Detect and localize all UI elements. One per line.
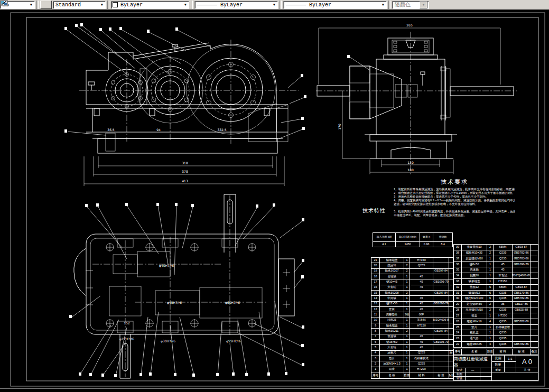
table-cell: 22 bbox=[454, 342, 461, 347]
text-style-button[interactable] bbox=[40, 1, 52, 9]
table-cell bbox=[530, 262, 538, 267]
table-cell: 33 bbox=[454, 279, 461, 284]
text-line: 5、机座内装L-AN68润滑油至规定高度，外表面涂灰色油漆。减速器运转平稳，无冲… bbox=[394, 210, 515, 213]
table-cell: GB117-86 bbox=[512, 302, 530, 307]
table-cell: 螺母M12 bbox=[461, 291, 487, 296]
table-cell: GB93-87 bbox=[512, 285, 530, 290]
table-cell: 4 bbox=[371, 351, 379, 356]
table-cell: 21 bbox=[371, 258, 379, 263]
table-cell: 6 bbox=[487, 285, 493, 290]
table-cell: 备注 bbox=[530, 349, 538, 354]
table-cell: 传动比 bbox=[433, 233, 452, 241]
style-combo[interactable]: Standard ▼ bbox=[53, 1, 106, 9]
table-cell: 7 bbox=[371, 334, 379, 339]
table-cell: 吊环螺钉M10 bbox=[461, 307, 487, 313]
table-cell: 序号 bbox=[371, 372, 379, 378]
table-cell: 39 bbox=[454, 245, 461, 250]
table-cell: 高速轴 bbox=[461, 267, 487, 273]
svg-text:φ30H7/r6: φ30H7/r6 bbox=[161, 339, 175, 343]
table-cell: 1 bbox=[404, 345, 410, 350]
svg-text:94: 94 bbox=[156, 128, 161, 132]
top-leader-lines bbox=[69, 203, 304, 377]
table-cell bbox=[530, 256, 538, 262]
table-cell bbox=[449, 269, 453, 274]
table-cell bbox=[433, 258, 449, 263]
table-cell: 标 准 bbox=[512, 349, 530, 354]
table-cell bbox=[449, 340, 453, 344]
table-cell: 1 bbox=[487, 336, 493, 341]
chevron-down-icon[interactable]: ▼ bbox=[272, 3, 276, 7]
table-cell bbox=[449, 258, 453, 263]
table-cell: 15 bbox=[371, 291, 379, 295]
table-cell: 通气器 bbox=[461, 336, 487, 341]
table-cell bbox=[433, 263, 449, 268]
table-cell bbox=[530, 330, 538, 335]
linetype-combo[interactable]: ByLayer ▼ bbox=[194, 1, 278, 9]
table-cell bbox=[512, 279, 530, 284]
table-cell: GB1096-79 bbox=[512, 262, 530, 267]
table-cell: 4 bbox=[487, 319, 493, 324]
table-cell: 大齿轮 bbox=[379, 345, 404, 350]
table-cell: 定位销8×30 bbox=[461, 302, 487, 307]
table-cell: JB/ZQ4606-86 bbox=[512, 273, 530, 278]
table-cell: 轴承端盖 bbox=[379, 258, 404, 263]
toolbar-separator bbox=[107, 1, 109, 9]
table-cell bbox=[512, 313, 530, 319]
table-cell: 5 bbox=[371, 345, 379, 350]
table-cell bbox=[433, 307, 449, 312]
table-row: 5大齿轮145 bbox=[371, 344, 453, 350]
table-cell: 45 bbox=[493, 267, 512, 273]
svg-text:152: 152 bbox=[124, 321, 130, 325]
table-cell: 26 bbox=[454, 319, 461, 324]
table-cell: 材 料 bbox=[410, 372, 433, 378]
table-cell: 2 bbox=[404, 263, 410, 268]
color-combo[interactable]: ByLayer ▼ bbox=[111, 1, 189, 9]
svg-text:φ60H7/r6: φ60H7/r6 bbox=[225, 301, 240, 305]
table-row: 32垫圈12665MnGB93-87 bbox=[454, 284, 538, 290]
chevron-down-icon[interactable]: ▼ bbox=[381, 3, 385, 7]
table-row: 26螺栓M6×164Q235GB5782-86 bbox=[454, 319, 538, 324]
table-row: 10毡圈251羊毛毡JB/ZQ4606-86 bbox=[371, 318, 453, 323]
table-cell: 名 称 bbox=[379, 372, 404, 378]
chevron-down-icon[interactable]: ▼ bbox=[183, 3, 188, 7]
table-row: 18齿轮轴145 bbox=[371, 274, 453, 279]
drawing-canvas[interactable]: 318 378 413 36.5 94 332.5 26 bbox=[0, 10, 549, 392]
table-cell: 调整垫片 bbox=[379, 312, 404, 317]
chevron-down-icon[interactable]: ▼ bbox=[100, 3, 104, 7]
table-cell bbox=[449, 274, 453, 279]
lineweight-combo[interactable]: ByLayer ▼ bbox=[283, 1, 387, 9]
table-row: 31螺母M126Q235GB6170-86 bbox=[454, 290, 538, 296]
table-cell: GB825-88 bbox=[512, 307, 530, 313]
table-cell: 45 bbox=[410, 307, 433, 312]
chevron-down-icon[interactable]: ▼ bbox=[29, 3, 33, 7]
svg-text:332.5: 332.5 bbox=[217, 128, 226, 132]
table-cell: HT200 bbox=[493, 313, 512, 319]
table-cell: 35 bbox=[454, 267, 461, 273]
side-view: 265 bbox=[316, 23, 517, 175]
table-cell bbox=[433, 351, 449, 356]
table-row: 39弹簧垫圈10265MnGB93-87 bbox=[454, 245, 538, 250]
table-cell: 螺栓M6×16 bbox=[461, 319, 487, 324]
svg-text:36.5: 36.5 bbox=[107, 128, 115, 132]
table-cell bbox=[530, 307, 538, 313]
table-cell bbox=[530, 325, 538, 330]
color-swatch bbox=[113, 2, 118, 7]
table-row: 33轴承端盖1HT150 bbox=[454, 278, 538, 284]
table-row: 38螺栓M10×352Q235GB5782-86 bbox=[454, 250, 538, 256]
table-cell: 6 bbox=[487, 296, 493, 301]
table-cell: 效率 η bbox=[420, 233, 433, 241]
color-value: ByLayer bbox=[119, 2, 183, 8]
table-cell: 毡圈20 bbox=[461, 273, 487, 278]
table-cell: Q235 bbox=[493, 319, 512, 324]
table-cell: Q235 bbox=[410, 351, 433, 356]
table-cell: 螺栓M8×25 bbox=[461, 342, 487, 347]
table-cell: 6 bbox=[487, 291, 493, 296]
table-cell: 1 bbox=[487, 256, 493, 262]
table-cell: 45 bbox=[410, 274, 433, 279]
table-cell: GB5783-86 bbox=[512, 256, 530, 262]
table-cell bbox=[449, 279, 453, 284]
table-cell: 2 bbox=[371, 361, 379, 366]
bom-table-right: 39弹簧垫圈10265MnGB93-8738螺栓M10×352Q235GB578… bbox=[453, 244, 538, 348]
svg-text:130: 130 bbox=[407, 161, 414, 164]
table-cell: 37 bbox=[454, 256, 461, 262]
